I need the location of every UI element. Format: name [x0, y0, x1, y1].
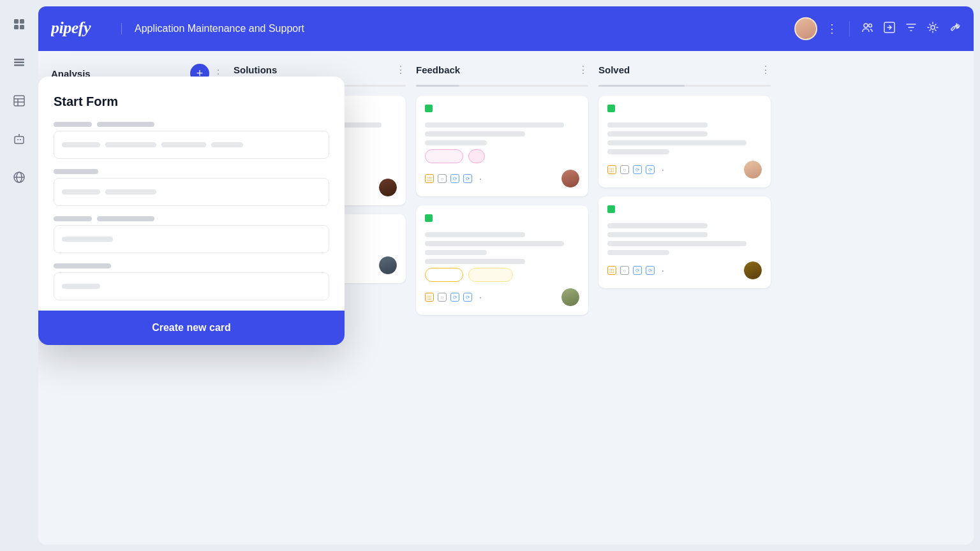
user-avatar[interactable] — [794, 17, 817, 40]
input-skel — [62, 237, 113, 242]
modal-title: Start Form — [54, 94, 329, 109]
filter-icon[interactable] — [905, 21, 917, 37]
badge-icon-sv2c: ⟳ — [633, 266, 642, 275]
sidebar-icon-globe[interactable] — [8, 166, 31, 189]
label-skel — [97, 122, 154, 127]
sidebar — [0, 0, 38, 551]
input-skel — [211, 142, 243, 147]
form-field-4 — [54, 263, 329, 300]
label-skel — [97, 216, 154, 221]
card-line — [607, 140, 746, 145]
badge-icon-sv2a: ◫ — [607, 266, 616, 275]
badge-icon-f1b: ○ — [438, 174, 447, 183]
header-right: ⋮ — [794, 17, 961, 40]
sidebar-icon-grid[interactable] — [8, 13, 31, 36]
card-footer-f1: ◫ ○ ⟳ ⟳ • — [425, 170, 579, 187]
card-feedback-1[interactable]: ◫ ○ ⟳ ⟳ • — [416, 96, 588, 196]
badge-icon-f1c: ⟳ — [450, 174, 459, 183]
svg-point-20 — [864, 24, 868, 27]
input-skel — [105, 189, 156, 195]
card-line — [425, 131, 525, 136]
badge-icon-f2c: ⟳ — [450, 293, 459, 302]
header-title: Application Maintenance and Support — [121, 23, 304, 34]
sidebar-icon-table[interactable] — [8, 89, 31, 112]
svg-rect-12 — [17, 139, 19, 140]
sidebar-icon-list[interactable] — [8, 51, 31, 74]
svg-rect-13 — [20, 139, 21, 140]
form-label-2 — [54, 169, 329, 174]
label-skel — [54, 216, 92, 221]
column-feedback: Feedback ⋮ — [416, 61, 588, 534]
svg-point-15 — [19, 134, 20, 135]
badge-icon-sv1e: • — [658, 165, 667, 174]
column-menu-feedback[interactable]: ⋮ — [578, 64, 588, 76]
share-icon[interactable] — [883, 21, 896, 37]
svg-rect-3 — [20, 25, 24, 29]
card-feedback-2[interactable]: ◫ ○ ⟳ ⟳ • — [416, 205, 588, 315]
input-skel — [62, 142, 100, 147]
status-pill-amber — [468, 268, 513, 282]
wrench-icon[interactable] — [948, 21, 961, 37]
column-progress-solved — [598, 85, 771, 87]
svg-rect-0 — [14, 19, 19, 24]
badge-icon-f2a: ◫ — [425, 293, 434, 302]
input-skel — [161, 142, 206, 147]
column-header-solved: Solved ⋮ — [598, 61, 771, 78]
card-tags-f1 — [425, 105, 579, 117]
modal-content: Start Form — [38, 77, 345, 300]
badge-icon-sv1a: ◫ — [607, 165, 616, 174]
card-avatar-s2 — [379, 256, 397, 274]
svg-rect-4 — [14, 59, 24, 61]
board-area: Analysis + ⋮ — [38, 51, 974, 545]
label-skel — [54, 122, 92, 127]
users-icon[interactable] — [861, 21, 874, 37]
column-title-solved: Solved — [598, 64, 630, 75]
card-avatar-s1 — [379, 179, 397, 196]
badge-icon-f1a: ◫ — [425, 174, 434, 183]
input-skel — [105, 142, 156, 147]
svg-rect-5 — [14, 62, 24, 64]
svg-rect-2 — [14, 25, 19, 29]
sidebar-icon-bot[interactable] — [8, 128, 31, 151]
badge-icon-sv1d: ⟳ — [646, 165, 655, 174]
svg-text:pipefy: pipefy — [51, 18, 91, 37]
badge-icon-f2e: • — [476, 293, 485, 302]
badge-icon-f2d: ⟳ — [463, 293, 472, 302]
badge-icon-sv2e: • — [658, 266, 667, 275]
column-actions-feedback: ⋮ — [578, 64, 588, 76]
card-avatar-sv1 — [744, 161, 762, 179]
card-solved-2[interactable]: ◫ ○ ⟳ ⟳ • — [598, 196, 771, 288]
form-input-4[interactable] — [54, 272, 329, 300]
svg-rect-6 — [14, 64, 24, 66]
form-input-2[interactable] — [54, 178, 329, 206]
form-label-4 — [54, 263, 329, 268]
tag-green-f1 — [425, 105, 433, 112]
column-actions-solutions: ⋮ — [396, 64, 406, 76]
svg-point-21 — [869, 24, 872, 27]
tag-green-sv2 — [607, 205, 615, 213]
form-input-3[interactable] — [54, 225, 329, 253]
card-footer-sv1: ◫ ○ ⟳ ⟳ • — [607, 161, 762, 179]
card-badges-sv2: ◫ ○ ⟳ ⟳ • — [607, 266, 667, 275]
card-solved-1[interactable]: ◫ ○ ⟳ ⟳ • — [598, 96, 771, 187]
column-progress-feedback — [416, 85, 588, 87]
card-avatar-f2 — [561, 288, 579, 306]
label-skel — [54, 169, 98, 174]
card-line — [607, 241, 746, 246]
column-solved: Solved ⋮ — [598, 61, 771, 534]
column-menu-solved[interactable]: ⋮ — [761, 64, 771, 76]
form-input-1[interactable] — [54, 131, 329, 159]
modal-footer: Create new card — [38, 311, 345, 345]
card-tags-f2 — [425, 214, 579, 227]
column-header-feedback: Feedback ⋮ — [416, 61, 588, 78]
form-field-1 — [54, 122, 329, 159]
settings-icon[interactable] — [926, 21, 939, 37]
header-more-icon[interactable]: ⋮ — [826, 22, 838, 36]
card-line — [425, 250, 487, 255]
svg-rect-7 — [14, 96, 24, 106]
tag-green-f2 — [425, 214, 433, 222]
create-new-card-button[interactable]: Create new card — [54, 322, 329, 334]
column-menu-solutions[interactable]: ⋮ — [396, 64, 406, 76]
card-badges-f1: ◫ ○ ⟳ ⟳ • — [425, 174, 485, 183]
card-line — [425, 259, 525, 264]
